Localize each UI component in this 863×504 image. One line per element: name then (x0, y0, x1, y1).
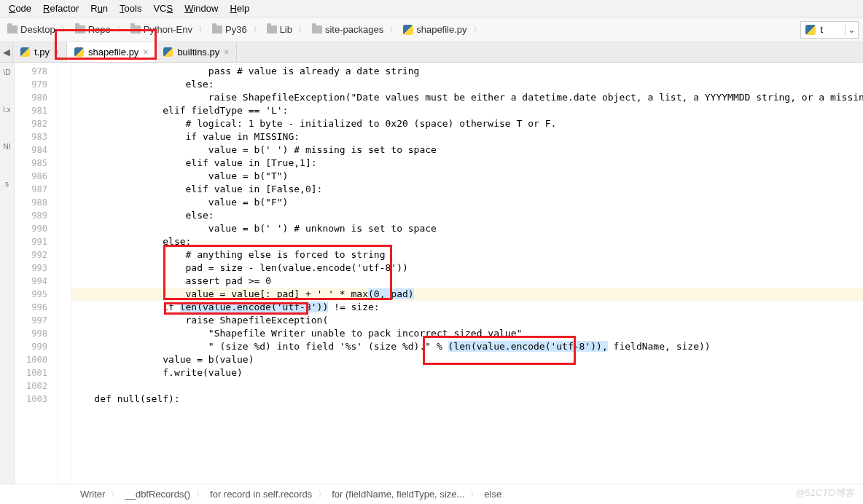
code-line[interactable]: else: (71, 235, 863, 248)
chevron-right-icon: 〉 (61, 24, 69, 35)
menu-help[interactable]: Help (225, 1, 254, 15)
editor: \Dl.xNIs 9789799809819829839849859869879… (0, 63, 863, 484)
code-line[interactable]: value = b("T") (71, 170, 863, 183)
code-line[interactable]: value = b("F") (71, 196, 863, 209)
code-area[interactable]: pass # value is already a date string el… (71, 63, 863, 484)
line-number: 995 (15, 288, 47, 301)
context-item[interactable]: Writer (80, 489, 105, 500)
code-line[interactable]: else: (71, 78, 863, 91)
breadcrumb-item[interactable]: Py36 (209, 23, 250, 36)
main-menu: Code Refactor Run Tools VCS Window Help (0, 0, 863, 17)
breadcrumb-item[interactable]: shapefile.py (400, 23, 469, 36)
code-line[interactable]: value = b(value) (71, 353, 863, 366)
close-icon[interactable]: × (54, 47, 59, 58)
folder-icon (7, 25, 17, 34)
menu-vcs[interactable]: VCS (149, 1, 177, 15)
tab-label: builtins.py (177, 47, 219, 58)
line-number: 986 (15, 170, 47, 183)
chevron-right-icon: 〉 (117, 24, 125, 35)
menu-window[interactable]: Window (180, 1, 222, 15)
line-number: 996 (15, 301, 47, 314)
navigation-bar: Desktop〉Repo〉Python-Env〉Py36〉Lib〉site-pa… (0, 17, 863, 42)
menu-tools[interactable]: Tools (115, 1, 146, 15)
watermark: @51CTO博客 (795, 487, 854, 500)
code-line[interactable]: else: (71, 209, 863, 222)
python-icon (20, 47, 30, 57)
code-line[interactable]: def null(self): (71, 393, 863, 406)
breadcrumb-item[interactable]: Desktop (4, 23, 58, 36)
line-number: 984 (15, 143, 47, 157)
code-line[interactable]: f.write(value) (71, 366, 863, 379)
breadcrumb-item[interactable]: Repo (72, 23, 114, 36)
line-number: 992 (15, 248, 47, 261)
code-line[interactable]: pass # value is already a date string (71, 65, 863, 78)
code-line[interactable]: if value in MISSING: (71, 130, 863, 143)
menu-refactor[interactable]: Refactor (39, 1, 83, 15)
chevron-down-icon: ⌄ (845, 24, 858, 35)
chevron-right-icon: 〉 (253, 24, 261, 35)
breadcrumb: Desktop〉Repo〉Python-Env〉Py36〉Lib〉site-pa… (4, 23, 800, 36)
chevron-right-icon: 〉 (196, 489, 204, 500)
line-number: 991 (15, 235, 47, 248)
folder-icon (75, 25, 85, 34)
breadcrumb-item[interactable]: site-packages (309, 23, 386, 36)
code-line[interactable]: assert pad >= 0 (71, 275, 863, 288)
line-number: 997 (15, 314, 47, 327)
tab-scroll-left[interactable]: ◀ (0, 42, 13, 62)
code-line[interactable] (71, 379, 863, 393)
chevron-right-icon: 〉 (318, 489, 326, 500)
breadcrumb-item[interactable]: Python-Env (128, 23, 195, 36)
code-line[interactable]: elif fieldType == 'L': (71, 104, 863, 117)
code-line[interactable]: elif value in [False,0]: (71, 183, 863, 196)
folder-icon (130, 25, 141, 34)
code-line[interactable]: elif value in [True,1]: (71, 157, 863, 170)
line-number: 1001 (15, 366, 47, 379)
line-number: 1002 (15, 379, 47, 393)
line-number: 990 (15, 222, 47, 235)
line-number: 982 (15, 117, 47, 130)
python-icon (163, 47, 173, 57)
fold-gutter (58, 63, 71, 484)
line-number: 989 (15, 209, 47, 222)
side-label[interactable]: NI (0, 143, 14, 151)
chevron-right-icon: 〉 (111, 489, 119, 500)
context-item[interactable]: for record in self.records (210, 489, 312, 500)
code-line[interactable]: value = b(' ') # missing is set to space (71, 143, 863, 157)
code-line[interactable]: # logical: 1 byte - initialized to 0x20 … (71, 117, 863, 130)
menu-code[interactable]: Code (4, 1, 36, 15)
code-line[interactable]: value = value[: pad] + ' ' * max(0, pad) (71, 288, 863, 301)
python-icon (403, 25, 413, 35)
close-icon[interactable]: × (143, 47, 148, 58)
menu-run[interactable]: Run (86, 1, 112, 15)
chevron-right-icon: 〉 (298, 24, 306, 35)
run-configuration-selector[interactable]: t ⌄ (800, 21, 859, 39)
left-tool-strip: \Dl.xNIs (0, 63, 15, 484)
editor-tab[interactable]: t.py× (13, 42, 67, 62)
line-number: 988 (15, 196, 47, 209)
code-line[interactable]: if len(value.encode('utf-8')) != size: (71, 301, 863, 314)
code-line[interactable]: raise ShapefileException("Date values mu… (71, 91, 863, 104)
tab-label: t.py (34, 47, 50, 58)
breadcrumb-item[interactable]: Lib (264, 23, 295, 36)
tab-label: shapefile.py (88, 47, 138, 58)
line-number: 993 (15, 261, 47, 275)
close-icon[interactable]: × (224, 47, 229, 58)
editor-tabs: ◀ t.py×shapefile.py×builtins.py× (0, 42, 863, 63)
editor-tab[interactable]: shapefile.py× (67, 42, 156, 62)
code-line[interactable]: pad = size - len(value.encode('utf-8')) (71, 261, 863, 275)
side-label[interactable]: \D (0, 68, 14, 76)
line-number: 980 (15, 91, 47, 104)
side-label[interactable]: l.x (0, 106, 14, 114)
code-line[interactable]: " (size %d) into field '%s' (size %d)." … (71, 340, 863, 353)
context-item[interactable]: __dbfRecords() (125, 489, 190, 500)
side-label[interactable]: s (0, 180, 14, 188)
line-number: 978 (15, 65, 47, 78)
code-line[interactable]: raise ShapefileException( (71, 314, 863, 327)
code-line[interactable]: value = b(' ') # unknown is set to space (71, 222, 863, 235)
code-line[interactable]: "Shapefile Writer unable to pack incorre… (71, 327, 863, 340)
context-item[interactable]: else (484, 489, 501, 500)
code-line[interactable]: # anything else is forced to string (71, 248, 863, 261)
context-item[interactable]: for (fieldName, fieldType, size... (332, 489, 464, 500)
editor-tab[interactable]: builtins.py× (156, 42, 237, 62)
line-number: 983 (15, 130, 47, 143)
